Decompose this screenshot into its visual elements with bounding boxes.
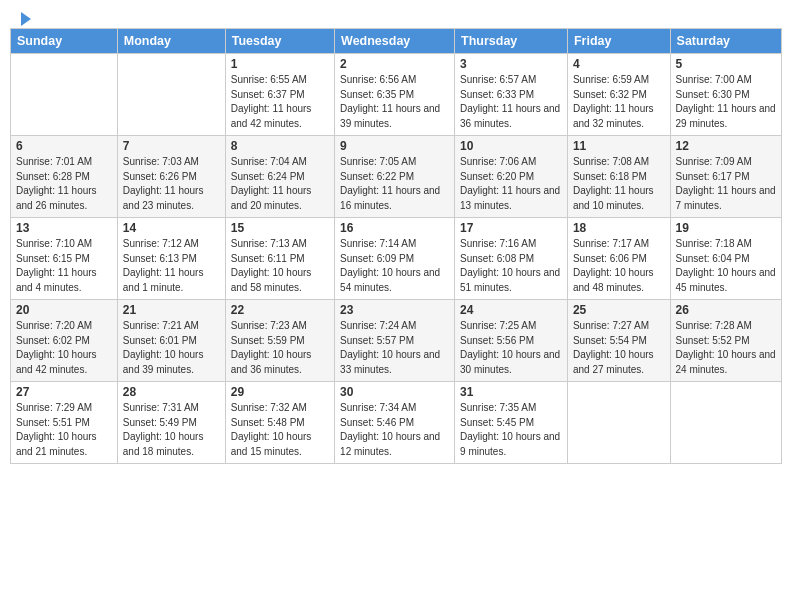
day-info: Sunrise: 7:21 AMSunset: 6:01 PMDaylight:… [123,319,220,377]
calendar-week-row: 1Sunrise: 6:55 AMSunset: 6:37 PMDaylight… [11,54,782,136]
calendar-header-tuesday: Tuesday [225,29,334,54]
calendar-day-26: 26Sunrise: 7:28 AMSunset: 5:52 PMDayligh… [670,300,781,382]
calendar-week-row: 27Sunrise: 7:29 AMSunset: 5:51 PMDayligh… [11,382,782,464]
day-info: Sunrise: 6:56 AMSunset: 6:35 PMDaylight:… [340,73,449,131]
day-number: 7 [123,139,220,153]
calendar-day-empty [567,382,670,464]
day-number: 2 [340,57,449,71]
calendar-day-14: 14Sunrise: 7:12 AMSunset: 6:13 PMDayligh… [117,218,225,300]
calendar-day-11: 11Sunrise: 7:08 AMSunset: 6:18 PMDayligh… [567,136,670,218]
day-number: 16 [340,221,449,235]
day-info: Sunrise: 7:29 AMSunset: 5:51 PMDaylight:… [16,401,112,459]
day-number: 17 [460,221,562,235]
day-info: Sunrise: 7:08 AMSunset: 6:18 PMDaylight:… [573,155,665,213]
calendar-week-row: 6Sunrise: 7:01 AMSunset: 6:28 PMDaylight… [11,136,782,218]
day-info: Sunrise: 7:34 AMSunset: 5:46 PMDaylight:… [340,401,449,459]
logo [14,12,33,24]
day-number: 24 [460,303,562,317]
day-info: Sunrise: 7:31 AMSunset: 5:49 PMDaylight:… [123,401,220,459]
day-number: 13 [16,221,112,235]
calendar-day-17: 17Sunrise: 7:16 AMSunset: 6:08 PMDayligh… [455,218,568,300]
day-number: 20 [16,303,112,317]
day-number: 14 [123,221,220,235]
calendar-day-28: 28Sunrise: 7:31 AMSunset: 5:49 PMDayligh… [117,382,225,464]
calendar-header-monday: Monday [117,29,225,54]
calendar-day-9: 9Sunrise: 7:05 AMSunset: 6:22 PMDaylight… [335,136,455,218]
calendar-day-24: 24Sunrise: 7:25 AMSunset: 5:56 PMDayligh… [455,300,568,382]
calendar-day-29: 29Sunrise: 7:32 AMSunset: 5:48 PMDayligh… [225,382,334,464]
day-number: 30 [340,385,449,399]
day-number: 23 [340,303,449,317]
day-number: 6 [16,139,112,153]
day-info: Sunrise: 7:25 AMSunset: 5:56 PMDaylight:… [460,319,562,377]
calendar-day-8: 8Sunrise: 7:04 AMSunset: 6:24 PMDaylight… [225,136,334,218]
day-info: Sunrise: 6:59 AMSunset: 6:32 PMDaylight:… [573,73,665,131]
calendar-header-saturday: Saturday [670,29,781,54]
calendar-day-20: 20Sunrise: 7:20 AMSunset: 6:02 PMDayligh… [11,300,118,382]
day-number: 11 [573,139,665,153]
calendar-day-25: 25Sunrise: 7:27 AMSunset: 5:54 PMDayligh… [567,300,670,382]
calendar-day-empty [670,382,781,464]
day-number: 4 [573,57,665,71]
day-number: 22 [231,303,329,317]
calendar-day-27: 27Sunrise: 7:29 AMSunset: 5:51 PMDayligh… [11,382,118,464]
day-number: 19 [676,221,776,235]
day-info: Sunrise: 7:35 AMSunset: 5:45 PMDaylight:… [460,401,562,459]
calendar-table: SundayMondayTuesdayWednesdayThursdayFrid… [10,28,782,464]
day-info: Sunrise: 6:57 AMSunset: 6:33 PMDaylight:… [460,73,562,131]
calendar-day-31: 31Sunrise: 7:35 AMSunset: 5:45 PMDayligh… [455,382,568,464]
day-number: 10 [460,139,562,153]
calendar-day-empty [11,54,118,136]
day-number: 25 [573,303,665,317]
day-info: Sunrise: 7:24 AMSunset: 5:57 PMDaylight:… [340,319,449,377]
day-info: Sunrise: 7:13 AMSunset: 6:11 PMDaylight:… [231,237,329,295]
day-info: Sunrise: 7:20 AMSunset: 6:02 PMDaylight:… [16,319,112,377]
calendar-day-19: 19Sunrise: 7:18 AMSunset: 6:04 PMDayligh… [670,218,781,300]
calendar-day-18: 18Sunrise: 7:17 AMSunset: 6:06 PMDayligh… [567,218,670,300]
day-number: 29 [231,385,329,399]
day-info: Sunrise: 7:09 AMSunset: 6:17 PMDaylight:… [676,155,776,213]
calendar-day-23: 23Sunrise: 7:24 AMSunset: 5:57 PMDayligh… [335,300,455,382]
calendar-day-7: 7Sunrise: 7:03 AMSunset: 6:26 PMDaylight… [117,136,225,218]
day-info: Sunrise: 7:06 AMSunset: 6:20 PMDaylight:… [460,155,562,213]
day-info: Sunrise: 7:32 AMSunset: 5:48 PMDaylight:… [231,401,329,459]
day-info: Sunrise: 7:17 AMSunset: 6:06 PMDaylight:… [573,237,665,295]
day-info: Sunrise: 7:23 AMSunset: 5:59 PMDaylight:… [231,319,329,377]
day-info: Sunrise: 7:12 AMSunset: 6:13 PMDaylight:… [123,237,220,295]
day-number: 28 [123,385,220,399]
calendar-day-22: 22Sunrise: 7:23 AMSunset: 5:59 PMDayligh… [225,300,334,382]
day-info: Sunrise: 7:18 AMSunset: 6:04 PMDaylight:… [676,237,776,295]
day-number: 3 [460,57,562,71]
day-info: Sunrise: 7:04 AMSunset: 6:24 PMDaylight:… [231,155,329,213]
calendar-day-empty [117,54,225,136]
day-info: Sunrise: 6:55 AMSunset: 6:37 PMDaylight:… [231,73,329,131]
day-info: Sunrise: 7:27 AMSunset: 5:54 PMDaylight:… [573,319,665,377]
calendar-header-friday: Friday [567,29,670,54]
day-info: Sunrise: 7:03 AMSunset: 6:26 PMDaylight:… [123,155,220,213]
calendar-day-21: 21Sunrise: 7:21 AMSunset: 6:01 PMDayligh… [117,300,225,382]
calendar-day-10: 10Sunrise: 7:06 AMSunset: 6:20 PMDayligh… [455,136,568,218]
calendar-header-row: SundayMondayTuesdayWednesdayThursdayFrid… [11,29,782,54]
day-info: Sunrise: 7:10 AMSunset: 6:15 PMDaylight:… [16,237,112,295]
day-number: 18 [573,221,665,235]
day-info: Sunrise: 7:16 AMSunset: 6:08 PMDaylight:… [460,237,562,295]
calendar-header-sunday: Sunday [11,29,118,54]
calendar-header-thursday: Thursday [455,29,568,54]
calendar-week-row: 13Sunrise: 7:10 AMSunset: 6:15 PMDayligh… [11,218,782,300]
day-number: 8 [231,139,329,153]
calendar-day-6: 6Sunrise: 7:01 AMSunset: 6:28 PMDaylight… [11,136,118,218]
day-info: Sunrise: 7:00 AMSunset: 6:30 PMDaylight:… [676,73,776,131]
day-number: 31 [460,385,562,399]
day-number: 27 [16,385,112,399]
day-number: 12 [676,139,776,153]
day-info: Sunrise: 7:05 AMSunset: 6:22 PMDaylight:… [340,155,449,213]
svg-marker-0 [21,12,31,26]
day-info: Sunrise: 7:28 AMSunset: 5:52 PMDaylight:… [676,319,776,377]
calendar-day-4: 4Sunrise: 6:59 AMSunset: 6:32 PMDaylight… [567,54,670,136]
calendar-day-2: 2Sunrise: 6:56 AMSunset: 6:35 PMDaylight… [335,54,455,136]
calendar-day-5: 5Sunrise: 7:00 AMSunset: 6:30 PMDaylight… [670,54,781,136]
calendar-week-row: 20Sunrise: 7:20 AMSunset: 6:02 PMDayligh… [11,300,782,382]
day-info: Sunrise: 7:01 AMSunset: 6:28 PMDaylight:… [16,155,112,213]
calendar-day-1: 1Sunrise: 6:55 AMSunset: 6:37 PMDaylight… [225,54,334,136]
day-number: 15 [231,221,329,235]
